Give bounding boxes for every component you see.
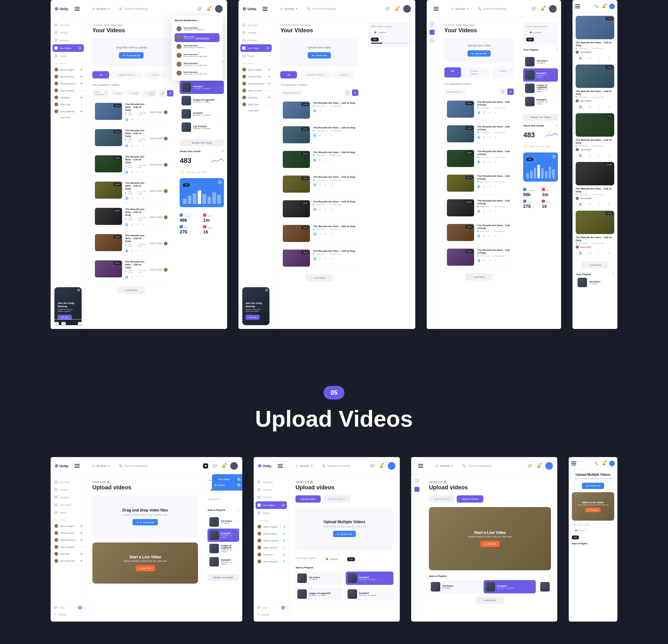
browse-dropdown[interactable]: ⊙Browse▾ bbox=[92, 7, 109, 11]
edit-icon[interactable]: ✎ bbox=[495, 111, 498, 115]
sidebar-item[interactable]: Trending bbox=[239, 29, 274, 36]
video-card[interactable]: 12:42 The Results Are Now – Call of Duty… bbox=[444, 221, 514, 243]
share-icon[interactable]: ↗ bbox=[137, 171, 140, 174]
video-card[interactable]: 12:42 The Results Are Now – Call of Duty… bbox=[92, 126, 170, 150]
menu-icon[interactable] bbox=[75, 464, 80, 468]
manage-playlist-button[interactable]: Manage Your Playlist bbox=[523, 114, 558, 120]
notif-item[interactable]: Sarah SaundersCommented on Your Latest V… bbox=[174, 51, 219, 60]
more-icon[interactable]: ⋯ bbox=[219, 99, 222, 103]
edit-icon[interactable]: ✎ bbox=[142, 250, 146, 253]
globe-icon[interactable]: 🌐 bbox=[125, 118, 128, 121]
avatar[interactable] bbox=[215, 5, 223, 13]
video-card[interactable]: 12:42 The Results Are Now – Call of Duty… bbox=[576, 113, 614, 159]
eye-icon[interactable]: 👁 bbox=[131, 276, 134, 279]
playlist-item[interactable]: League of Legends®Shooting · 12 Videos⋯ bbox=[180, 94, 224, 107]
choose-file-button[interactable]: ☁ Choose File bbox=[308, 52, 331, 59]
tab-stream[interactable]: Stream Videos bbox=[323, 495, 350, 503]
video-thumbnail[interactable]: 12:42 bbox=[283, 102, 310, 119]
more-icon[interactable]: ⋯ bbox=[553, 60, 556, 63]
more-icon[interactable]: ⋯ bbox=[234, 520, 237, 524]
edit-icon[interactable]: ✎ bbox=[608, 57, 611, 60]
menu-icon[interactable] bbox=[75, 7, 80, 11]
share-icon[interactable]: ↗ bbox=[489, 111, 492, 115]
eye-icon[interactable]: 👁 bbox=[319, 109, 322, 113]
edit-icon[interactable]: ✎ bbox=[142, 171, 146, 174]
search-input[interactable]: 🔍 Search Everything bbox=[307, 7, 382, 11]
video-card[interactable]: 12:42 The Results Are Now – Call of Duty… bbox=[92, 258, 170, 282]
globe-icon[interactable]: 🌐 bbox=[125, 171, 128, 174]
search-input[interactable]: 🔍 Search Everything bbox=[119, 7, 195, 11]
load-more-button[interactable]: Load More bbox=[118, 287, 145, 294]
sidebar-friend[interactable]: Dylan Hodges bbox=[239, 66, 274, 73]
video-card[interactable]: 12:42 The Results Are Now – Call of Duty… bbox=[92, 100, 170, 124]
manage-playlist-button[interactable]: Manage Your Playlist bbox=[180, 139, 224, 146]
drop-zone[interactable]: Drag and drop video files Setup a stream… bbox=[92, 495, 198, 538]
playlist-item[interactable]: Call of Duty®Shooting · 12 Videos⋯ bbox=[180, 120, 224, 134]
live-now-button[interactable]: ● Live Now bbox=[481, 541, 500, 547]
playlist-item[interactable]: Fortnite®Shooting · 12 Videos⋯ bbox=[180, 107, 224, 120]
edit-icon[interactable]: ✎ bbox=[330, 257, 333, 261]
view-grid-icon[interactable]: ⊞ bbox=[345, 90, 351, 96]
video-thumbnail[interactable]: 12:42 bbox=[576, 162, 614, 185]
notif-item[interactable]: Sarah SaundersCommented on The Results A… bbox=[174, 42, 219, 51]
tab-stream[interactable]: Stream Videos bbox=[300, 71, 330, 78]
edit-icon[interactable]: ✎ bbox=[608, 203, 611, 206]
choose-file-button[interactable]: ☁ Or Choose file bbox=[133, 519, 158, 525]
eye-icon[interactable]: 👁 bbox=[131, 250, 134, 253]
more-icon[interactable]: ⋯ bbox=[553, 100, 556, 103]
bell-icon[interactable]: 🔔 bbox=[394, 6, 399, 11]
globe-icon[interactable]: 🌐 bbox=[125, 276, 128, 279]
view-list-icon[interactable]: ☰ bbox=[352, 90, 358, 96]
notif-item[interactable]: Sarah SaundersCommented on Your Latest V… bbox=[174, 60, 219, 69]
more-icon[interactable]: ⋯ bbox=[219, 125, 222, 129]
sidebar-friend[interactable]: Richard Bowers bbox=[50, 80, 86, 87]
share-icon[interactable]: ↗ bbox=[324, 183, 328, 186]
playlist-item[interactable]: Fortnite®Shooting · 12 Videos⋯ bbox=[208, 528, 239, 542]
video-thumbnail[interactable]: 12:42 bbox=[95, 234, 122, 251]
video-card[interactable]: 12:42 The Results Are Now – Call of Duty… bbox=[444, 98, 514, 120]
edit-icon[interactable]: ✎ bbox=[142, 276, 146, 279]
arrow-icon[interactable]: ↗ bbox=[222, 150, 224, 153]
search-input[interactable]: 🔍 Search Everything bbox=[478, 7, 528, 11]
video-card[interactable]: 12:42 The Results Are Now – Call of Duty… bbox=[576, 162, 614, 208]
video-thumbnail[interactable]: 12:42 bbox=[95, 260, 122, 278]
video-card[interactable]: 12:42 The Results Are Now – Call of Duty… bbox=[576, 64, 614, 110]
playlist-item[interactable]: Fortnite®Shooting · 12 Videos⋯ bbox=[180, 81, 224, 94]
playlist-item[interactable]: League of Legends®Shooting · 12 Videos⋯ bbox=[523, 81, 558, 95]
video-card[interactable]: 12:42 The Results Are Now – Call of Duty… bbox=[444, 123, 514, 145]
share-icon[interactable]: ↗ bbox=[137, 250, 140, 253]
video-thumbnail[interactable]: 12:42 bbox=[576, 211, 614, 234]
video-thumbnail[interactable]: 12:42 bbox=[95, 129, 122, 146]
view-grid-icon[interactable]: ⊞ bbox=[160, 90, 166, 96]
chat-icon[interactable]: 💬 bbox=[197, 6, 202, 11]
load-more-button[interactable]: Load More bbox=[305, 274, 333, 282]
choose-file-button[interactable]: ☁ Choose File bbox=[468, 50, 490, 57]
share-icon[interactable]: ↗ bbox=[598, 106, 601, 109]
video-thumbnail[interactable]: 12:42 bbox=[447, 199, 474, 216]
share-icon[interactable]: ↗ bbox=[598, 154, 601, 158]
game-tag[interactable]: Call of Duty® bbox=[150, 260, 168, 279]
manage-playlist-button[interactable]: Manage Your Playlist bbox=[208, 574, 239, 581]
tab-all[interactable]: All bbox=[280, 71, 297, 78]
plus-icon[interactable]: + bbox=[78, 46, 82, 50]
logo[interactable]: Unity. bbox=[55, 7, 69, 11]
eye-icon[interactable]: 👁 bbox=[319, 183, 322, 186]
video-card[interactable]: 12:42 The Results Are Now – Call of Duty… bbox=[92, 153, 170, 177]
video-thumbnail[interactable]: 12:42 bbox=[447, 101, 474, 118]
eye-icon[interactable]: 👁 bbox=[589, 106, 592, 109]
video-card[interactable]: 12:42 The Results Are Now – Call of Duty… bbox=[92, 205, 170, 229]
upload-zone[interactable]: Upload New Video ☁ Choose File bbox=[444, 38, 514, 62]
eye-icon[interactable]: 👁 bbox=[483, 111, 486, 115]
edit-icon[interactable]: ✎ bbox=[330, 159, 333, 162]
close-icon[interactable]: × bbox=[77, 288, 80, 291]
share-icon[interactable]: ↗ bbox=[324, 233, 328, 236]
globe-icon[interactable]: 🌐 bbox=[313, 159, 316, 162]
logo[interactable]: Unity. bbox=[243, 7, 257, 11]
sidebar-friend[interactable]: Lilly Nash bbox=[50, 94, 86, 101]
sidebar-icon-active[interactable] bbox=[429, 30, 435, 35]
video-thumbnail[interactable]: 12:42 bbox=[576, 113, 614, 137]
video-card[interactable]: 12:42 The Results Are Now – Call of Duty… bbox=[444, 197, 514, 219]
sidebar-friend[interactable]: Isaac Lambert bbox=[239, 87, 274, 94]
menu-icon[interactable] bbox=[575, 4, 580, 8]
globe-icon[interactable]: 🌐 bbox=[477, 161, 481, 164]
